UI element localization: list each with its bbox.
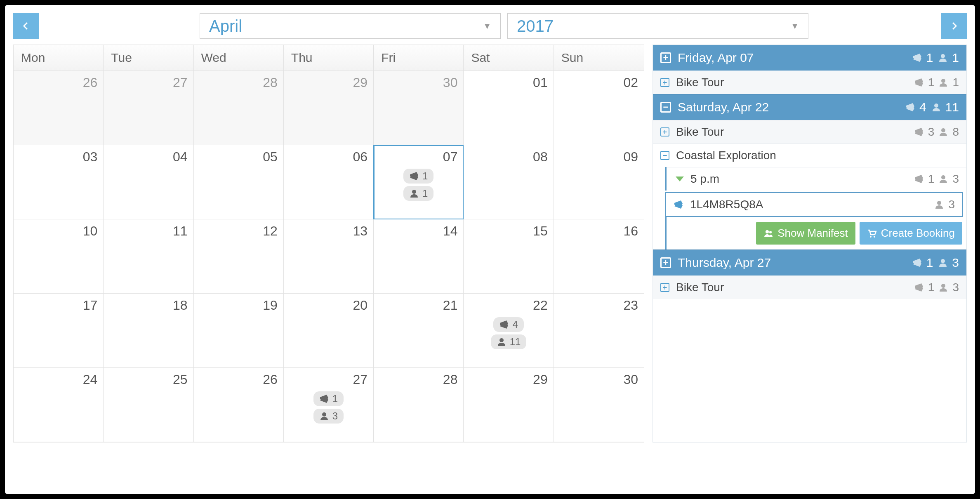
product-name: Bike Tour	[676, 125, 724, 139]
calendar-day-number: 28	[379, 372, 457, 387]
calendar-day-cell[interactable]: 22411	[464, 294, 554, 368]
ticket-icon	[912, 53, 922, 63]
calendar-day-number: 30	[560, 372, 638, 387]
ticket-icon	[674, 200, 683, 209]
calendar-grid: MonTueWedThuFriSatSun 262728293001020304…	[13, 45, 644, 443]
calendar-day-number: 15	[469, 224, 547, 239]
people-count: 11	[945, 100, 959, 114]
person-icon	[931, 102, 941, 112]
calendar-day-cell[interactable]: 26	[194, 368, 284, 442]
product-row[interactable]: +Bike Tour 1 1	[653, 71, 966, 94]
calendar-day-number: 23	[560, 298, 638, 313]
product-row[interactable]: +Bike Tour 3 8	[653, 120, 966, 144]
calendar-day-cell[interactable]: 27	[104, 71, 193, 145]
collapse-triangle-icon	[676, 177, 684, 181]
calendar-weekday-header: Thu	[284, 45, 374, 71]
calendar-day-cell[interactable]: 23	[554, 294, 644, 368]
product-row[interactable]: +Bike Tour 1 3	[653, 275, 966, 299]
calendar-day-number: 06	[290, 149, 368, 165]
expand-icon: +	[660, 78, 669, 87]
prev-month-button[interactable]	[13, 13, 39, 39]
users-icon	[763, 228, 773, 238]
calendar-day-number: 14	[379, 224, 457, 239]
month-select-value: April	[209, 17, 242, 35]
calendar-day-cell[interactable]: 09	[554, 145, 644, 219]
calendar-day-cell[interactable]: 06	[284, 145, 374, 219]
calendar-day-cell[interactable]: 10	[14, 219, 104, 294]
calendar-day-cell[interactable]: 28	[194, 71, 284, 145]
calendar-day-cell[interactable]: 29	[464, 368, 554, 442]
caret-down-icon: ▼	[791, 21, 799, 31]
calendar-day-cell[interactable]: 17	[14, 294, 104, 368]
day-header[interactable]: − Saturday, Apr 22 4 11	[653, 94, 966, 120]
calendar-day-cell[interactable]: 15	[464, 219, 554, 294]
product-row[interactable]: −Coastal Exploration	[653, 144, 966, 167]
calendar-day-cell[interactable]: 19	[194, 294, 284, 368]
time-row[interactable]: 5 p.m 1 3	[667, 167, 966, 191]
calendar-day-cell[interactable]: 28	[374, 368, 464, 442]
month-select[interactable]: April ▼	[200, 13, 501, 39]
calendar-day-cell[interactable]: 05	[194, 145, 284, 219]
calendar-day-number: 09	[560, 149, 638, 165]
product-name: Bike Tour	[676, 76, 724, 89]
cart-icon	[867, 228, 877, 238]
booking-row[interactable]: 1L4M8R5Q8A 3	[665, 192, 963, 217]
calendar-day-cell[interactable]: 30	[374, 71, 464, 145]
calendar-day-cell[interactable]: 04	[104, 145, 193, 219]
calendar-day-cell[interactable]: 30	[554, 368, 644, 442]
calendar-day-cell[interactable]: 13	[284, 219, 374, 294]
year-select-value: 2017	[517, 17, 554, 35]
calendar-day-cell[interactable]: 29	[284, 71, 374, 145]
calendar-day-cell[interactable]: 16	[554, 219, 644, 294]
ticket-icon	[499, 320, 509, 330]
calendar-day-number: 13	[290, 224, 368, 239]
calendar-day-number: 08	[469, 149, 547, 165]
people-count: 3	[948, 198, 955, 211]
calendar-day-cell[interactable]: 02	[554, 71, 644, 145]
expand-icon: +	[660, 283, 669, 292]
person-icon	[938, 53, 948, 63]
calendar-day-cell[interactable]: 18	[104, 294, 193, 368]
calendar-day-cell[interactable]: 14	[374, 219, 464, 294]
calendar-day-number: 24	[19, 372, 97, 387]
calendar-day-cell[interactable]: 24	[14, 368, 104, 442]
day-header[interactable]: + Thursday, Apr 27 1 3	[653, 250, 966, 275]
calendar-day-cell[interactable]: 12	[194, 219, 284, 294]
calendar-day-cell[interactable]: 2713	[284, 368, 374, 442]
calendar-day-number: 17	[19, 298, 97, 313]
ticket-icon	[914, 282, 924, 292]
calendar-day-cell[interactable]: 11	[104, 219, 193, 294]
year-select[interactable]: 2017 ▼	[507, 13, 808, 39]
person-icon	[938, 174, 948, 184]
ticket-icon	[912, 258, 922, 268]
calendar-day-cell[interactable]: 0711	[374, 145, 464, 219]
calendar-day-cell[interactable]: 21	[374, 294, 464, 368]
calendar-day-cell[interactable]: 25	[104, 368, 193, 442]
people-badge: 11	[491, 334, 527, 349]
calendar-day-number: 04	[109, 149, 187, 165]
ticket-count: 1	[928, 76, 935, 89]
next-month-button[interactable]	[941, 13, 967, 39]
person-icon	[319, 411, 329, 421]
calendar-day-number: 18	[109, 298, 187, 313]
show-manifest-button[interactable]: Show Manifest	[756, 222, 855, 245]
calendar-day-number: 29	[290, 75, 368, 90]
day-header[interactable]: + Friday, Apr 07 1 1	[653, 45, 966, 71]
ticket-count: 1	[928, 172, 935, 186]
calendar-day-cell[interactable]: 01	[464, 71, 554, 145]
calendar-day-cell[interactable]: 26	[14, 71, 104, 145]
ticket-icon	[914, 78, 924, 87]
create-booking-button[interactable]: Create Booking	[860, 222, 962, 245]
calendar-weekday-header: Fri	[374, 45, 464, 71]
people-count: 1	[952, 76, 959, 89]
people-count: 3	[952, 281, 959, 294]
person-icon	[938, 258, 948, 268]
ticket-count: 1	[926, 256, 933, 270]
calendar-day-cell[interactable]: 08	[464, 145, 554, 219]
tickets-badge: 1	[313, 391, 344, 406]
collapse-icon: −	[660, 102, 671, 113]
ticket-count: 4	[919, 100, 926, 114]
calendar-day-cell[interactable]: 03	[14, 145, 104, 219]
calendar-day-cell[interactable]: 20	[284, 294, 374, 368]
person-icon	[938, 127, 948, 137]
